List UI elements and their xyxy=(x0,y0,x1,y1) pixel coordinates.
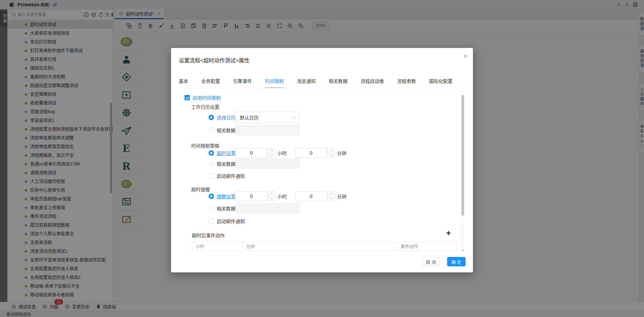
timeout-hours-stepper[interactable] xyxy=(268,148,275,158)
step-down-icon[interactable] xyxy=(268,153,275,158)
remind-related-input[interactable] xyxy=(235,203,300,213)
remind-related-row: 相关数据 xyxy=(209,203,300,213)
calendar-related-row: 相关数据 xyxy=(209,125,300,135)
remind-minutes-input[interactable]: 0 xyxy=(295,191,327,201)
remind-mail-checkbox[interactable] xyxy=(209,218,214,224)
timeout-minutes-stepper[interactable] xyxy=(328,148,335,158)
remind-mail-label: 启动邮件通知 xyxy=(217,218,245,224)
remind-hours-stepper[interactable] xyxy=(268,191,275,201)
limit-mail-row: 启动邮件通知 xyxy=(209,172,245,179)
add-event-button[interactable]: + xyxy=(446,229,451,237)
dialog-tab[interactable]: 消息通知 xyxy=(297,77,316,88)
remind-related-radio[interactable] xyxy=(209,206,214,211)
calendar-select-value: 默认日历 xyxy=(240,114,259,121)
limit-mail-checkbox[interactable] xyxy=(209,173,214,178)
remind-hours-input[interactable]: 0 xyxy=(235,191,267,201)
calendar-select[interactable]: 默认日历 xyxy=(235,112,300,123)
dialog-scrollbar[interactable]: ▼ xyxy=(461,91,464,252)
limit-related-input[interactable] xyxy=(235,159,300,169)
scroll-down-icon[interactable]: ▼ xyxy=(461,249,465,252)
scrollbar-thumb[interactable] xyxy=(462,95,464,216)
dialog-tab[interactable]: 流程参数 xyxy=(397,77,416,88)
limit-mail-label: 启动邮件通知 xyxy=(217,172,245,179)
minutes-unit-label: 分钟 xyxy=(337,193,347,200)
process-properties-dialog: 设置流程<超时动作测试>属性 × 基本业务配置引擎事件时间限制消息通知相关数据流… xyxy=(171,48,473,272)
app-root: Primeton-IDE 资源 AI xyxy=(0,0,644,317)
choose-calendar-row: 选择日历 默认日历 xyxy=(209,112,300,123)
dialog-tab[interactable]: 相关数据 xyxy=(329,77,347,88)
hours-unit-label: 小时 xyxy=(277,193,287,200)
tabs-divider xyxy=(171,88,473,88)
step-up-icon[interactable] xyxy=(328,148,335,153)
chevron-down-icon xyxy=(292,115,296,119)
choose-calendar-radio[interactable] xyxy=(209,115,214,120)
dialog-tabs: 基本业务配置引擎事件时间限制消息通知相关数据流程启动者流程参数国际化配置 xyxy=(179,77,452,88)
timeout-setting-label: 超时设置 xyxy=(217,150,235,156)
dialog-tab[interactable]: 国际化配置 xyxy=(429,77,452,88)
remind-related-label: 相关数据 xyxy=(217,205,235,212)
remind-mail-row: 启动邮件通知 xyxy=(209,218,245,224)
timeout-hours-input[interactable]: 0 xyxy=(235,148,267,158)
timeout-setting-radio[interactable] xyxy=(209,150,214,156)
remind-setting-row: 提醒设置 0 小时 0 分钟 xyxy=(209,191,347,201)
events-actions-column xyxy=(418,242,457,251)
dialog-tab[interactable]: 时间限制 xyxy=(265,77,284,88)
step-up-icon[interactable] xyxy=(268,192,275,197)
calendar-related-input[interactable] xyxy=(235,125,300,135)
step-down-icon[interactable] xyxy=(328,153,335,158)
step-up-icon[interactable] xyxy=(268,148,275,153)
timeout-setting-row: 超时设置 0 小时 0 分钟 xyxy=(209,148,347,158)
dialog-tab[interactable]: 流程启动者 xyxy=(361,77,384,88)
calendar-related-radio[interactable] xyxy=(209,127,214,133)
events-column-header: 分钟 xyxy=(243,242,397,251)
enable-time-limit-row: 启用时间限制 xyxy=(184,94,221,101)
dialog-tab[interactable]: 基本 xyxy=(179,77,188,88)
events-section-title: 超时后事件动作 xyxy=(192,232,225,239)
enable-time-limit-checkbox[interactable] xyxy=(184,95,190,100)
remind-setting-radio[interactable] xyxy=(209,194,214,199)
cancel-button[interactable]: 取 消 xyxy=(422,257,440,266)
remind-setting-label: 提醒设置 xyxy=(217,193,235,200)
hours-unit-label: 小时 xyxy=(277,150,287,156)
remind-section-title: 超时提醒 xyxy=(191,186,210,193)
dialog-tab[interactable]: 引擎事件 xyxy=(233,77,252,88)
dialog-close-icon[interactable]: × xyxy=(464,53,468,59)
step-up-icon[interactable] xyxy=(328,192,335,197)
ok-button[interactable]: 确 定 xyxy=(447,257,466,266)
dialog-title: 设置流程<超时动作测试>属性 xyxy=(179,56,250,64)
calendar-related-label: 相关数据 xyxy=(217,127,235,134)
step-down-icon[interactable] xyxy=(268,197,275,201)
events-column-header: 小时 xyxy=(192,242,243,251)
calendar-section-title: 工作日历设置 xyxy=(191,103,219,110)
limit-related-radio[interactable] xyxy=(209,161,214,166)
dialog-tab[interactable]: 业务配置 xyxy=(201,77,220,88)
limit-related-label: 相关数据 xyxy=(217,160,235,167)
step-down-icon[interactable] xyxy=(328,197,335,201)
timeout-minutes-input[interactable]: 0 xyxy=(295,148,327,158)
events-column-header: 事件动作 xyxy=(397,242,418,251)
limit-related-row: 相关数据 xyxy=(209,159,300,169)
choose-calendar-label: 选择日历 xyxy=(217,114,235,121)
minutes-unit-label: 分钟 xyxy=(337,150,347,156)
events-table: 小时分钟事件动作 xyxy=(192,242,457,251)
remind-minutes-stepper[interactable] xyxy=(328,191,335,201)
enable-time-limit-label: 启用时间限制 xyxy=(193,94,221,101)
